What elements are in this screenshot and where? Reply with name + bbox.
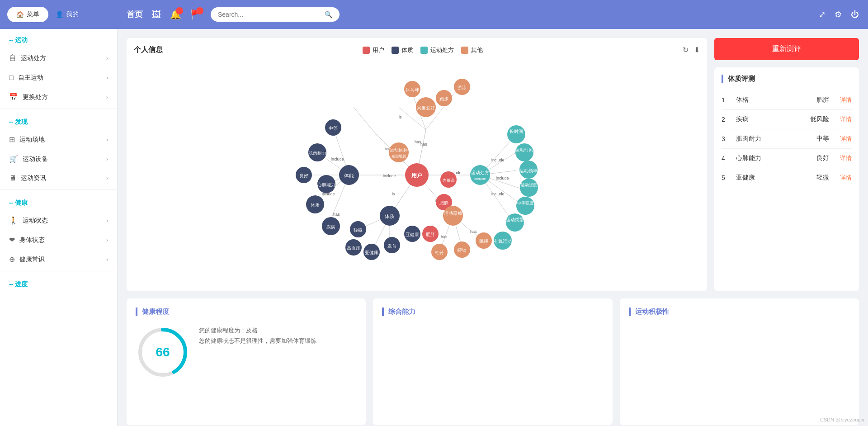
detail-link-1[interactable]: 详情 (840, 96, 852, 104)
sidebar-item-news[interactable]: 🖥 运动资讯 › (0, 169, 117, 188)
notification-button[interactable]: 🔔 (170, 9, 181, 20)
settings-button[interactable]: ⚙ (835, 9, 842, 19)
assessment-table: 1 体格 肥胖 详情 2 疾病 低风险 详情 3 肌肉耐力 中等 (722, 90, 852, 187)
assessment-card: 体质评测 1 体格 肥胖 详情 2 疾病 低风险 详情 (714, 67, 859, 291)
row-num-2: 2 (722, 116, 731, 123)
svg-text:兴趣爱好: 兴趣爱好 (417, 105, 435, 110)
section-progress: -- 进度 (0, 273, 117, 292)
self-exercise-icon: □ (9, 74, 14, 82)
legend-other-label: 其他 (471, 46, 483, 54)
health-content: 66 您的健康程度为：及格 您的健康状态不是很理性，需要加强体育锻炼 (136, 325, 357, 379)
sidebar-item-prescription[interactable]: 自 运动处方 › (0, 48, 117, 68)
divider-3 (0, 271, 117, 271)
svg-text:跳绳: 跳绳 (479, 239, 488, 244)
ability-title: 综合能力 (382, 308, 603, 316)
fullscreen-button[interactable]: ⤢ (819, 9, 826, 19)
svg-text:中等强度: 中等强度 (517, 201, 533, 205)
calendar-icon: 📅 (9, 93, 18, 101)
download-button[interactable]: ⬇ (694, 46, 700, 54)
arrow-icon-5: › (106, 156, 108, 162)
node-exercise-prescription[interactable] (470, 165, 490, 185)
graph-header: 个人信息 用户 体质 运动处方 (134, 45, 700, 55)
row-name: 体格 (736, 96, 811, 104)
node-long-time[interactable] (507, 125, 525, 143)
svg-text:include: include (474, 177, 486, 181)
home-link[interactable]: 首页 (127, 9, 143, 20)
nav-center: 首页 🖼 🔔 🚩 🔍 (118, 7, 810, 22)
top-navigation: 🏠 菜单 👤 我的 首页 🖼 🔔 🚩 🔍 ⤢ ⚙ ⏻ (0, 0, 868, 29)
svg-text:运动强度: 运动强度 (521, 183, 537, 187)
sidebar-item-equipment[interactable]: 🛒 运动设备 › (0, 149, 117, 169)
sidebar-item-body-status[interactable]: ❤ 身体状态 › (0, 230, 117, 250)
exercise-status-label: 运动状态 (23, 217, 48, 225)
sidebar-item-venues[interactable]: ⊞ 运动场地 › (0, 130, 117, 149)
svg-text:include: include (383, 174, 396, 178)
top-section: 个人信息 用户 体质 运动处方 (127, 38, 859, 291)
svg-text:运动频率: 运动频率 (519, 168, 538, 173)
svg-text:运动类型: 运动类型 (506, 217, 524, 222)
search-input[interactable] (218, 11, 321, 18)
power-button[interactable]: ⏻ (851, 10, 859, 19)
sidebar-item-self-exercise[interactable]: □ 自主运动 › (0, 68, 117, 87)
sidebar-item-change-prescription[interactable]: 📅 更换处方 › (0, 87, 117, 107)
sidebar-item-exercise-status[interactable]: 🚶 运动状态 › (0, 211, 117, 230)
svg-text:体质: 体质 (385, 213, 395, 219)
my-button[interactable]: 👤 我的 (56, 10, 79, 19)
photo-button[interactable]: 🖼 (152, 9, 161, 20)
row-value-2: 低风险 (810, 115, 829, 123)
svg-text:has: has (333, 212, 340, 217)
section-sports: -- 运动 (0, 29, 117, 48)
svg-text:运动目标: 运动目标 (390, 147, 408, 152)
prescription-icon: 自 (9, 53, 16, 63)
reassess-button[interactable]: 重新测评 (714, 38, 859, 60)
legend-prescription: 运动处方 (420, 46, 454, 54)
heart-icon: ❤ (9, 236, 15, 244)
row-name-4: 心肺能力 (736, 154, 811, 162)
row-name-5: 亚健康 (736, 174, 811, 182)
equipment-label: 运动设备 (23, 155, 48, 163)
section-discover: -- 发现 (0, 111, 117, 130)
node-exercise-intensity[interactable] (520, 179, 538, 197)
node-mid-intensity[interactable] (516, 197, 534, 215)
svg-text:内脏高: 内脏高 (443, 178, 455, 183)
detail-link-3[interactable]: 详情 (840, 135, 852, 143)
row-num-4: 4 (722, 155, 731, 162)
arrow-icon-4: › (106, 137, 108, 143)
refresh-button[interactable]: ↻ (683, 46, 689, 54)
svg-text:亚健康: 亚健康 (406, 232, 419, 237)
photo-icon: 🖼 (152, 9, 161, 19)
menu-button[interactable]: 🏠 菜单 (7, 7, 48, 22)
row-num-5: 5 (722, 174, 731, 181)
detail-link-5[interactable]: 详情 (840, 174, 852, 182)
sidebar-item-health-knowledge[interactable]: ⊕ 健康常识 › (0, 250, 117, 269)
svg-text:体能: 体能 (344, 173, 354, 178)
self-exercise-label: 自主运动 (18, 74, 43, 82)
arrow-icon-9: › (106, 256, 108, 263)
svg-text:游泳: 游泳 (458, 85, 467, 90)
node-exercise-type[interactable] (506, 213, 524, 232)
row-value-3: 中等 (816, 135, 829, 143)
flag-button[interactable]: 🚩 (190, 9, 202, 20)
graph-tools: ↻ ⬇ (683, 46, 700, 54)
detail-link-2[interactable]: 详情 (840, 115, 852, 123)
node-equipment[interactable] (443, 206, 463, 226)
graph-card: 个人信息 用户 体质 运动处方 (127, 38, 707, 291)
svg-text:运动处方: 运动处方 (471, 170, 489, 175)
right-panel: 重新测评 体质评测 1 体格 肥胖 详情 2 疾病 低风险 详情 (714, 38, 859, 291)
menu-label: 菜单 (27, 10, 39, 19)
nav-left: 🏠 菜单 👤 我的 (0, 7, 118, 22)
svg-text:哑铃: 哑铃 (458, 248, 467, 253)
node-exercise-goal[interactable] (389, 142, 409, 162)
positivity-title: 运动积极性 (629, 308, 850, 316)
svg-text:has: has (470, 229, 477, 234)
arrow-icon: › (106, 55, 108, 62)
graph-title: 个人信息 (134, 45, 163, 55)
detail-link-4[interactable]: 详情 (840, 154, 852, 162)
health-status: 您的健康程度为：及格 (199, 325, 316, 336)
row-value-5: 轻微 (816, 174, 829, 182)
node-exercise-time[interactable] (515, 143, 533, 161)
svg-text:轻微: 轻微 (354, 227, 363, 232)
svg-text:高血压: 高血压 (347, 246, 360, 251)
row-name-3: 肌肉耐力 (736, 135, 811, 143)
svg-text:跑步: 跑步 (439, 96, 448, 101)
